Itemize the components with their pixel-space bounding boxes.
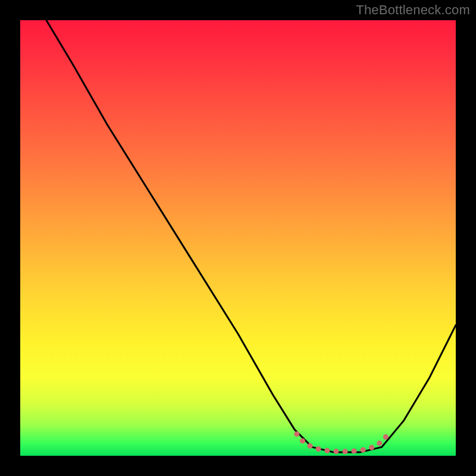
chart-svg <box>20 20 456 456</box>
plot-area <box>20 20 456 456</box>
watermark-text: TheBottleneck.com <box>356 2 470 18</box>
bottleneck-curve-line <box>46 20 456 452</box>
chart-frame: TheBottleneck.com <box>0 0 476 476</box>
